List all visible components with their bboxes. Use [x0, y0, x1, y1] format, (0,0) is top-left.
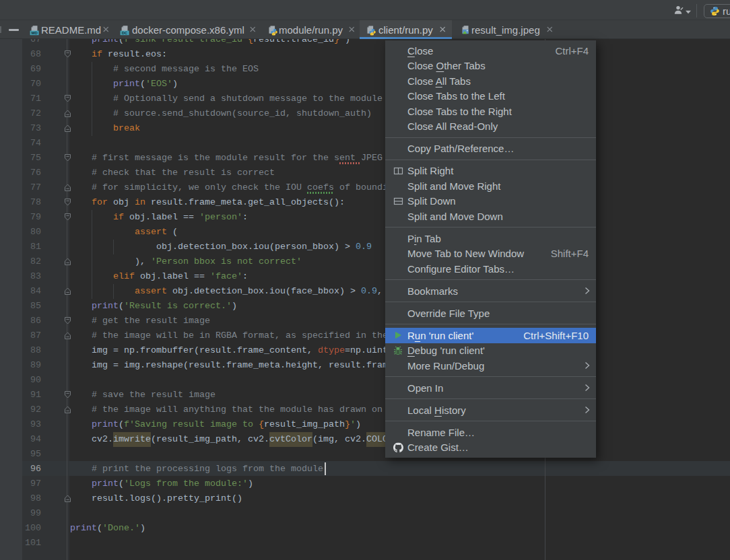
- svg-text:MD: MD: [31, 30, 38, 34]
- svg-text:DC: DC: [122, 30, 128, 34]
